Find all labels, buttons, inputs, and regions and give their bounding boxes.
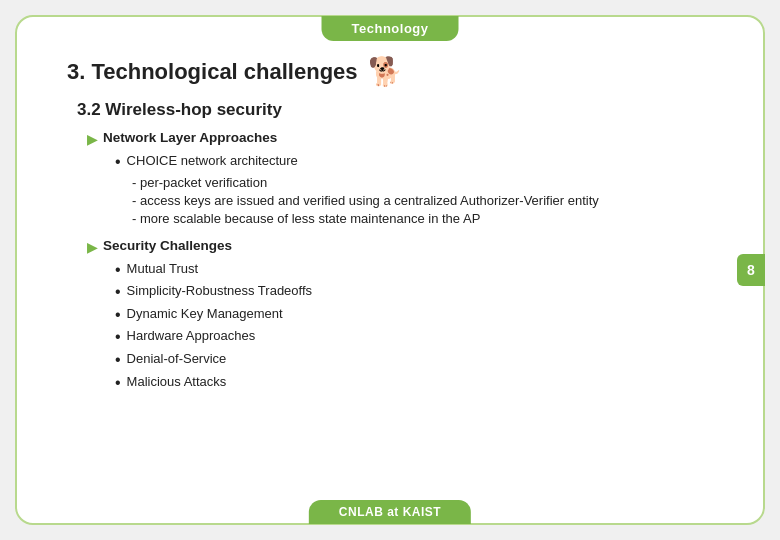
security-sub-1: • Simplicity-Robustness Tradeoffs xyxy=(115,283,713,301)
security-sub-2: • Dynamic Key Management xyxy=(115,306,713,324)
network-layer-item: ▶ Network Layer Approaches xyxy=(87,130,713,147)
section-subtitle: 3.2 Wireless-hop security xyxy=(77,100,713,120)
arrow-icon-1: ▶ xyxy=(87,132,97,147)
security-item-3: Hardware Approaches xyxy=(127,328,256,343)
slide: Technology 3. Technological challenges 🐕… xyxy=(15,15,765,525)
page-number: 8 xyxy=(737,254,765,286)
sub-item-3: - more scalable because of less state ma… xyxy=(132,211,713,226)
security-sub-0: • Mutual Trust xyxy=(115,261,713,279)
choice-network-item: • CHOICE network architecture xyxy=(115,153,713,171)
security-item-4: Denial-of-Service xyxy=(127,351,227,366)
sub-item-2: - access keys are issued and verified us… xyxy=(132,193,713,208)
security-sub-4: • Denial-of-Service xyxy=(115,351,713,369)
security-sub-3: • Hardware Approaches xyxy=(115,328,713,346)
dot-icon-sec-5: • xyxy=(115,374,121,392)
security-item-2: Dynamic Key Management xyxy=(127,306,283,321)
security-sub-5: • Malicious Attacks xyxy=(115,374,713,392)
security-item-1: Simplicity-Robustness Tradeoffs xyxy=(127,283,312,298)
bottom-tab: CNLAB at KAIST xyxy=(309,500,471,524)
dog-icon: 🐕 xyxy=(368,55,403,88)
dot-icon-sec-1: • xyxy=(115,283,121,301)
dot-icon-sec-3: • xyxy=(115,328,121,346)
dot-icon-1: • xyxy=(115,153,121,171)
dot-icon-sec-2: • xyxy=(115,306,121,324)
security-challenges-label: Security Challenges xyxy=(103,238,232,253)
main-title-text: 3. Technological challenges xyxy=(67,59,358,85)
main-title: 3. Technological challenges 🐕 xyxy=(67,55,713,88)
dot-icon-sec-4: • xyxy=(115,351,121,369)
sub-item-1: - per-packet verification xyxy=(132,175,713,190)
top-tab: Technology xyxy=(322,16,459,41)
security-item-0: Mutual Trust xyxy=(127,261,199,276)
security-challenges-section: ▶ Security Challenges • Mutual Trust • S… xyxy=(67,238,713,392)
dot-icon-sec-0: • xyxy=(115,261,121,279)
security-challenges-item: ▶ Security Challenges xyxy=(87,238,713,255)
slide-content: 3. Technological challenges 🐕 3.2 Wirele… xyxy=(17,27,763,426)
choice-network-label: CHOICE network architecture xyxy=(127,153,298,168)
network-layer-label: Network Layer Approaches xyxy=(103,130,277,145)
security-item-5: Malicious Attacks xyxy=(127,374,227,389)
arrow-icon-2: ▶ xyxy=(87,240,97,255)
